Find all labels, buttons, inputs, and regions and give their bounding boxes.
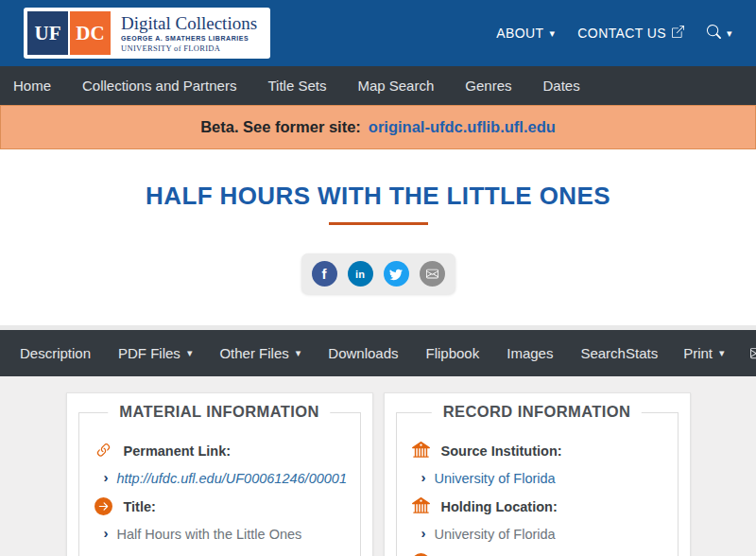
linkedin-share-button[interactable]: in bbox=[348, 261, 373, 287]
toolbar-flipbook[interactable]: Flipbook bbox=[426, 345, 480, 361]
envelope-icon bbox=[750, 346, 756, 360]
nav-item-home[interactable]: Home bbox=[13, 78, 51, 94]
source-institution-value-row: › University of Florida bbox=[412, 470, 662, 487]
contact-us-label: CONTACT US bbox=[577, 26, 666, 41]
uf-logo-square: UF bbox=[27, 11, 68, 55]
former-site-link[interactable]: original-ufdc.uflib.ufl.edu bbox=[369, 118, 556, 136]
caret-down-icon: ▾ bbox=[549, 28, 555, 39]
toolbar-pdf-files-label: PDF Files bbox=[118, 345, 180, 361]
toolbar-search-label: Search bbox=[580, 345, 626, 361]
social-share-bar: f in bbox=[301, 253, 455, 294]
holding-location-label-row: Holding Location: bbox=[412, 497, 662, 515]
twitter-bird-icon bbox=[389, 268, 403, 281]
about-menu[interactable]: ABOUT ▾ bbox=[496, 26, 555, 41]
holding-location-value: University of Florida bbox=[435, 526, 556, 543]
source-institution-label: Source Institution: bbox=[441, 443, 562, 460]
material-information-title: MATERIAL INFORMATION bbox=[108, 403, 330, 421]
nav-item-title-sets[interactable]: Title Sets bbox=[267, 78, 326, 94]
toolbar-downloads[interactable]: Downloads bbox=[328, 345, 398, 361]
bank-icon bbox=[412, 442, 430, 460]
holding-location-label: Holding Location: bbox=[441, 498, 558, 515]
main-navbar: Home Collections and Partners Title Sets… bbox=[0, 66, 756, 105]
record-information-title: RECORD INFORMATION bbox=[432, 403, 642, 421]
contact-us-link[interactable]: CONTACT US bbox=[577, 26, 684, 41]
source-institution-label-row: Source Institution: bbox=[412, 442, 662, 460]
nav-item-map-search[interactable]: Map Search bbox=[357, 78, 434, 94]
toolbar-description-label: Description bbox=[20, 345, 91, 361]
search-icon bbox=[707, 25, 721, 42]
item-hero: HALF HOURS WITH THE LITTLE ONES f in bbox=[0, 149, 756, 325]
facebook-share-button[interactable]: f bbox=[312, 261, 337, 287]
record-information-fieldset: RECORD INFORMATION Source Institution: ›… bbox=[396, 412, 679, 556]
arrow-circle-icon bbox=[94, 497, 112, 515]
toolbar-print-label: Print bbox=[683, 345, 713, 361]
twitter-share-button[interactable] bbox=[384, 261, 409, 287]
title-label-row: Title: bbox=[94, 497, 345, 515]
caret-down-icon: ▾ bbox=[296, 348, 301, 358]
site-header: UF DC Digital Collections GEORGE A. SMAT… bbox=[0, 0, 756, 66]
material-information-fieldset: MATERIAL INFORMATION Permanent Link: › h… bbox=[78, 412, 361, 556]
toolbar-send[interactable]: Send bbox=[750, 345, 756, 361]
permanent-link-url[interactable]: http://ufdc.ufl.edu/UF00061246/00001 bbox=[117, 470, 347, 487]
logo-text: Digital Collections GEORGE A. SMATHERS L… bbox=[111, 11, 266, 55]
chevron-right-icon: › bbox=[104, 470, 109, 485]
logo-university-line: UNIVERSITY of FLORIDA bbox=[121, 43, 257, 53]
title-underline bbox=[329, 222, 428, 225]
page-title: HALF HOURS WITH THE LITTLE ONES bbox=[0, 182, 756, 211]
nav-item-collections-and-partners[interactable]: Collections and Partners bbox=[82, 78, 236, 94]
beta-banner-text: Beta. See former site: bbox=[200, 118, 361, 136]
toolbar-images[interactable]: Images bbox=[507, 345, 553, 361]
title-label: Title: bbox=[124, 498, 156, 515]
nav-item-genres[interactable]: Genres bbox=[465, 78, 511, 94]
envelope-icon bbox=[426, 268, 438, 280]
metadata-section: MATERIAL INFORMATION Permanent Link: › h… bbox=[0, 376, 756, 556]
permanent-link-value-row: › http://ufdc.ufl.edu/UF00061246/00001 bbox=[94, 470, 345, 487]
caret-down-icon: ▾ bbox=[727, 28, 732, 39]
beta-banner: Beta. See former site: original-ufdc.ufl… bbox=[0, 105, 756, 149]
chevron-right-icon: › bbox=[104, 526, 109, 541]
chevron-right-icon: › bbox=[421, 526, 426, 541]
title-value: Half Hours with the Little Ones bbox=[117, 526, 302, 543]
permanent-link-label-row: Permanent Link: bbox=[94, 442, 345, 460]
linkedin-icon: in bbox=[355, 269, 365, 280]
search-menu[interactable]: ▾ bbox=[707, 25, 732, 42]
toolbar-print-dropdown[interactable]: Print ▾ bbox=[683, 345, 724, 361]
bank-icon bbox=[412, 497, 430, 515]
about-label: ABOUT bbox=[496, 26, 543, 41]
toolbar-pdf-files-dropdown[interactable]: PDF Files ▾ bbox=[118, 345, 192, 361]
caret-down-icon: ▾ bbox=[187, 348, 193, 358]
chevron-right-icon: › bbox=[421, 470, 426, 485]
material-information-panel: MATERIAL INFORMATION Permanent Link: › h… bbox=[66, 392, 373, 556]
toolbar-other-files-label: Other Files bbox=[219, 345, 288, 361]
toolbar-other-files-dropdown[interactable]: Other Files ▾ bbox=[219, 345, 301, 361]
email-share-button[interactable] bbox=[420, 261, 445, 287]
toolbar-images-label: Images bbox=[507, 345, 553, 361]
title-value-row: › Half Hours with the Little Ones bbox=[94, 526, 345, 543]
external-link-icon bbox=[672, 26, 684, 41]
toolbar-downloads-label: Downloads bbox=[328, 345, 398, 361]
item-toolbar: Description PDF Files ▾ Other Files ▾ Do… bbox=[0, 330, 756, 376]
header-menu: ABOUT ▾ CONTACT US ▾ bbox=[496, 25, 732, 42]
permanent-link-label: Permanent Link: bbox=[124, 443, 232, 460]
toolbar-right-group: Stats Print ▾ Send bbox=[626, 345, 756, 361]
toolbar-stats[interactable]: Stats bbox=[626, 345, 658, 361]
nav-item-dates[interactable]: Dates bbox=[542, 78, 579, 94]
ufdc-logo[interactable]: UF DC Digital Collections GEORGE A. SMAT… bbox=[24, 8, 270, 59]
toolbar-search[interactable]: Search bbox=[580, 345, 626, 361]
logo-title: Digital Collections bbox=[121, 14, 257, 33]
dc-logo-square: DC bbox=[70, 11, 111, 55]
toolbar-stats-label: Stats bbox=[626, 345, 658, 361]
holding-location-value-row: › University of Florida bbox=[412, 526, 662, 543]
record-information-panel: RECORD INFORMATION Source Institution: ›… bbox=[384, 392, 691, 556]
logo-libraries-line: GEORGE A. SMATHERS LIBRARIES bbox=[121, 35, 257, 42]
toolbar-left-group: Description PDF Files ▾ Other Files ▾ Do… bbox=[20, 345, 626, 361]
link-icon bbox=[94, 442, 112, 460]
toolbar-flipbook-label: Flipbook bbox=[426, 345, 480, 361]
toolbar-description[interactable]: Description bbox=[20, 345, 91, 361]
facebook-icon: f bbox=[322, 266, 327, 282]
source-institution-value[interactable]: University of Florida bbox=[435, 470, 556, 487]
caret-down-icon: ▾ bbox=[719, 348, 725, 358]
